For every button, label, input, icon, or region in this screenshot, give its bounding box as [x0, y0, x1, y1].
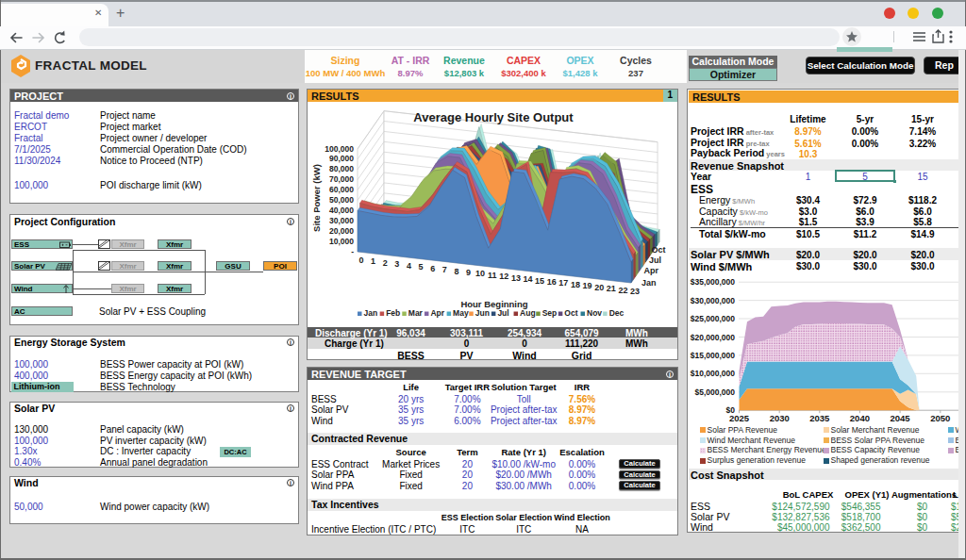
svg-text:22: 22	[618, 285, 627, 294]
svg-text:100,000: 100,000	[325, 143, 354, 153]
svg-text:2035: 2035	[809, 413, 830, 423]
svg-text:Jul: Jul	[649, 255, 661, 264]
svg-text:9: 9	[466, 267, 471, 276]
svg-text:Apr: Apr	[644, 266, 659, 275]
svg-text:2040: 2040	[850, 413, 870, 423]
svg-text:$20,000,000: $20,000,000	[691, 333, 736, 342]
svg-text:11: 11	[488, 270, 497, 279]
svg-text:$30,000,000: $30,000,000	[691, 296, 736, 305]
svg-text:40,000: 40,000	[329, 205, 354, 214]
svg-text:-: -	[351, 246, 354, 255]
svg-text:2030: 2030	[770, 413, 790, 423]
svg-text:Jan: Jan	[364, 308, 378, 318]
svg-text:20,000: 20,000	[329, 225, 354, 235]
svg-text:Site Power (kW): Site Power (kW)	[311, 164, 322, 232]
svg-text:17: 17	[558, 278, 568, 288]
svg-text:50,000: 50,000	[329, 195, 354, 205]
svg-text:10,000: 10,000	[329, 236, 354, 245]
svg-text:6: 6	[430, 263, 435, 272]
svg-text:2050: 2050	[930, 413, 950, 423]
svg-text:Apr: Apr	[430, 308, 444, 318]
svg-text:8: 8	[454, 266, 458, 275]
svg-text:4: 4	[407, 260, 411, 270]
svg-text:Average Hourly Site Output: Average Hourly Site Output	[413, 110, 574, 124]
svg-text:70,000: 70,000	[329, 174, 354, 184]
svg-text:13: 13	[511, 272, 521, 282]
svg-text:$35,000,000: $35,000,000	[691, 277, 736, 287]
svg-text:80,000: 80,000	[329, 164, 354, 173]
svg-text:16: 16	[547, 277, 557, 287]
svg-text:Jun: Jun	[475, 308, 490, 318]
svg-text:$10,000,000: $10,000,000	[691, 369, 736, 378]
svg-text:Jul: Jul	[497, 308, 508, 318]
svg-text:23: 23	[630, 287, 640, 296]
svg-text:21: 21	[607, 284, 616, 293]
svg-text:14: 14	[523, 274, 532, 284]
svg-text:0: 0	[358, 255, 363, 265]
svg-text:$5,000,000: $5,000,000	[694, 387, 735, 397]
svg-text:Feb: Feb	[386, 308, 400, 318]
svg-text:Aug: Aug	[520, 308, 536, 318]
svg-text:18: 18	[571, 279, 580, 288]
svg-text:Dec: Dec	[609, 308, 625, 318]
svg-text:Mar: Mar	[408, 308, 424, 318]
svg-text:19: 19	[583, 281, 592, 290]
svg-text:15: 15	[535, 275, 544, 285]
svg-text:30,000: 30,000	[329, 215, 354, 224]
svg-text:Hour Beginning: Hour Beginning	[460, 299, 527, 309]
svg-text:Sep: Sep	[542, 308, 558, 318]
svg-text:1: 1	[371, 256, 375, 266]
svg-text:$15,000,000: $15,000,000	[691, 351, 736, 360]
svg-text:60,000: 60,000	[329, 185, 354, 194]
svg-text:Oct: Oct	[652, 244, 666, 254]
svg-text:12: 12	[499, 272, 508, 281]
svg-text:10: 10	[475, 269, 485, 278]
svg-text:Oct: Oct	[564, 308, 577, 318]
svg-text:2: 2	[383, 257, 388, 267]
svg-text:2025: 2025	[729, 413, 750, 423]
svg-text:20: 20	[594, 282, 604, 291]
svg-text:Jan: Jan	[641, 278, 657, 288]
svg-text:Nov: Nov	[587, 308, 602, 318]
svg-text:$25,000,000: $25,000,000	[691, 314, 736, 323]
svg-text:May: May	[453, 308, 469, 318]
svg-text:3: 3	[394, 259, 399, 269]
svg-text:5: 5	[418, 262, 423, 272]
svg-text:90,000: 90,000	[329, 154, 354, 163]
svg-text:7: 7	[442, 265, 447, 274]
svg-text:2045: 2045	[891, 413, 911, 423]
